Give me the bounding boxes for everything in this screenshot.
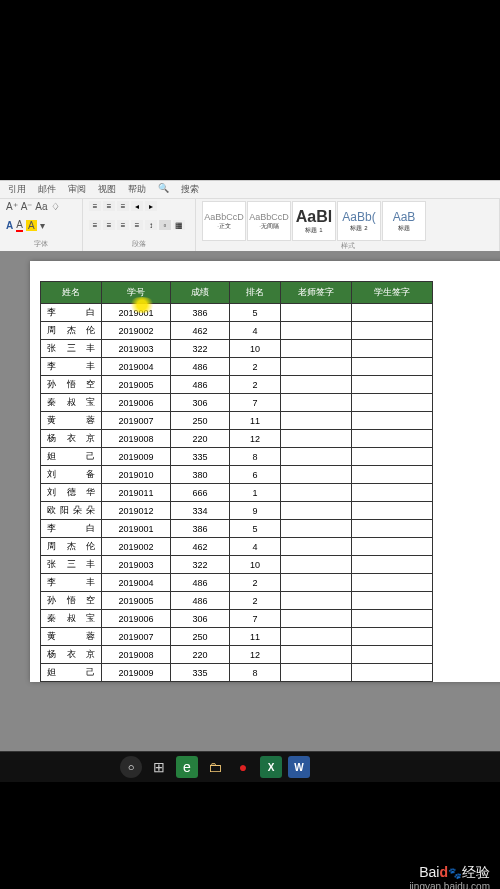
tab-review[interactable]: 审阅 [68,183,86,196]
align-left-button[interactable]: ≡ [89,220,101,230]
cell-sig2[interactable] [352,304,433,322]
tab-help[interactable]: 帮助 [128,183,146,196]
increase-font-button[interactable]: A⁺ [6,201,18,212]
highlight-button[interactable]: A [16,219,23,232]
document-canvas[interactable]: 姓名学号成绩排名老师签字学生签字 李 白20190013865周 杰 伦2019… [0,251,500,751]
column-header[interactable]: 老师签字 [281,282,352,304]
cell-rank[interactable]: 4 [230,538,281,556]
cell-name[interactable]: 杨 衣 京 [41,646,102,664]
table-row[interactable]: 李 白20190013865 [41,520,433,538]
number-list-button[interactable]: ≡ [103,201,115,211]
cell-sig1[interactable] [281,358,352,376]
cell-sig1[interactable] [281,394,352,412]
cell-id[interactable]: 2019001 [102,304,171,322]
justify-button[interactable]: ≡ [131,220,143,230]
table-row[interactable]: 孙 悟 空20190054862 [41,592,433,610]
cell-sig2[interactable] [352,646,433,664]
cell-name[interactable]: 黄 蓉 [41,628,102,646]
cell-name[interactable]: 妲 己 [41,664,102,682]
cell-score[interactable]: 462 [171,538,230,556]
column-header[interactable]: 排名 [230,282,281,304]
cell-score[interactable]: 334 [171,502,230,520]
cell-score[interactable]: 486 [171,574,230,592]
cell-score[interactable]: 250 [171,412,230,430]
cell-name[interactable]: 杨 衣 京 [41,430,102,448]
border-button[interactable]: ▦ [173,220,185,230]
cell-name[interactable]: 周 杰 伦 [41,538,102,556]
tab-references[interactable]: 引用 [8,183,26,196]
table-row[interactable]: 李 丰20190044862 [41,574,433,592]
cell-sig2[interactable] [352,376,433,394]
cell-id[interactable]: 2019005 [102,592,171,610]
cell-sig1[interactable] [281,430,352,448]
cell-name[interactable]: 秦 叔 宝 [41,610,102,628]
cell-sig1[interactable] [281,574,352,592]
cell-rank[interactable]: 7 [230,610,281,628]
cell-id[interactable]: 2019006 [102,610,171,628]
cell-sig2[interactable] [352,502,433,520]
cell-sig2[interactable] [352,412,433,430]
cell-sig1[interactable] [281,322,352,340]
edge-icon[interactable]: e [176,756,198,778]
cell-sig1[interactable] [281,466,352,484]
cell-name[interactable]: 欧阳朵朵 [41,502,102,520]
change-case-button[interactable]: Aa [35,201,47,212]
cell-sig1[interactable] [281,376,352,394]
cell-name[interactable]: 妲 己 [41,448,102,466]
table-row[interactable]: 秦 叔 宝20190063067 [41,394,433,412]
cell-sig2[interactable] [352,556,433,574]
table-row[interactable]: 周 杰 伦20190024624 [41,538,433,556]
cell-sig2[interactable] [352,394,433,412]
cell-sig2[interactable] [352,520,433,538]
cell-sig2[interactable] [352,592,433,610]
table-row[interactable]: 妲 己20190093358 [41,664,433,682]
column-header[interactable]: 姓名 [41,282,102,304]
cell-sig1[interactable] [281,520,352,538]
cell-score[interactable]: 486 [171,592,230,610]
cell-score[interactable]: 486 [171,376,230,394]
cell-rank[interactable]: 5 [230,520,281,538]
style-title[interactable]: AaB 标题 [382,201,426,241]
cell-sig2[interactable] [352,358,433,376]
table-row[interactable]: 周 杰 伦20190024624 [41,322,433,340]
cell-rank[interactable]: 2 [230,592,281,610]
cell-score[interactable]: 335 [171,664,230,682]
cell-id[interactable]: 2019008 [102,646,171,664]
table-row[interactable]: 秦 叔 宝20190063067 [41,610,433,628]
text-effect-button[interactable]: A [26,220,37,231]
cell-sig2[interactable] [352,574,433,592]
cell-rank[interactable]: 12 [230,646,281,664]
cell-rank[interactable]: 2 [230,376,281,394]
cell-sig1[interactable] [281,412,352,430]
cell-id[interactable]: 2019005 [102,376,171,394]
indent-left-button[interactable]: ◂ [131,201,143,211]
cell-score[interactable]: 322 [171,340,230,358]
cell-id[interactable]: 2019004 [102,358,171,376]
cell-id[interactable]: 2019004 [102,574,171,592]
cell-sig1[interactable] [281,610,352,628]
cell-rank[interactable]: 11 [230,412,281,430]
word-icon[interactable]: W [288,756,310,778]
task-view-icon[interactable]: ⊞ [148,756,170,778]
search-taskbar-icon[interactable]: ○ [120,756,142,778]
search-icon[interactable]: 🔍 [158,183,169,196]
cell-sig1[interactable] [281,340,352,358]
table-row[interactable]: 张 三 丰201900332210 [41,556,433,574]
explorer-icon[interactable]: 🗀 [204,756,226,778]
cell-id[interactable]: 2019008 [102,430,171,448]
cell-score[interactable]: 486 [171,358,230,376]
cell-id[interactable]: 2019003 [102,340,171,358]
cell-name[interactable]: 李 白 [41,520,102,538]
cell-rank[interactable]: 12 [230,430,281,448]
font-color-button[interactable]: A [6,220,13,231]
cell-id[interactable]: 2019002 [102,538,171,556]
table-row[interactable]: 欧阳朵朵20190123349 [41,502,433,520]
cell-id[interactable]: 2019009 [102,448,171,466]
align-center-button[interactable]: ≡ [103,220,115,230]
cell-name[interactable]: 秦 叔 宝 [41,394,102,412]
cell-name[interactable]: 孙 悟 空 [41,376,102,394]
column-header[interactable]: 学生签字 [352,282,433,304]
cell-sig2[interactable] [352,538,433,556]
cell-rank[interactable]: 10 [230,340,281,358]
cell-id[interactable]: 2019010 [102,466,171,484]
